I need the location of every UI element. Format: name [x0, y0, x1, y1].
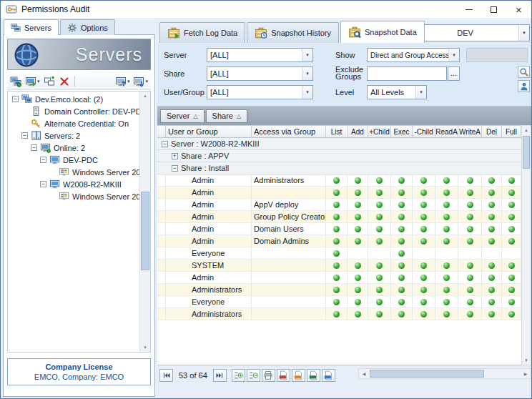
add-group-button[interactable] — [42, 74, 56, 89]
column-header[interactable]: Full — [502, 125, 521, 138]
tab-fetch-log-data[interactable]: Fetch Log Data — [159, 22, 245, 43]
tree-collapse-icon[interactable]: − — [40, 181, 46, 187]
show-filter-combo[interactable]: Direct and Group Access ▾ — [367, 48, 460, 62]
grid-vertical-scrollbar[interactable]: ▲ ▼ — [521, 125, 531, 365]
tab-options[interactable]: Options — [60, 19, 115, 35]
collapse-group-icon[interactable]: − — [162, 141, 168, 147]
scroll-up-icon[interactable]: ▲ — [140, 92, 150, 100]
column-header[interactable]: WriteA — [458, 125, 482, 138]
column-header[interactable]: -Child — [413, 125, 435, 138]
navigator-icon-buttons — [232, 369, 335, 382]
permission-granted-icon — [488, 226, 495, 232]
print-button[interactable] — [262, 369, 275, 382]
tree-collapse-icon[interactable]: − — [21, 132, 28, 139]
tree-item[interactable]: −Online: 2 — [8, 142, 139, 154]
tree-collapse-icon[interactable]: − — [40, 157, 46, 163]
share-filter-combo[interactable]: [ALL] ▾ — [207, 66, 313, 81]
tree-item[interactable]: −DEV-PDC — [8, 154, 139, 166]
column-header[interactable]: List — [326, 125, 348, 138]
scroll-down-icon[interactable]: ▼ — [140, 343, 150, 352]
table-row[interactable]: Administrators — [157, 284, 521, 296]
group-row[interactable]: −Share : Install — [157, 162, 521, 174]
tree-scrollbar-thumb[interactable] — [141, 192, 149, 270]
first-record-button[interactable] — [159, 369, 173, 382]
permission-granted-icon — [443, 202, 450, 208]
search-button[interactable] — [518, 66, 530, 78]
row-indicator-cell — [157, 211, 166, 223]
scroll-right-icon[interactable]: ▶ — [521, 371, 531, 376]
permission-granted-icon — [508, 202, 515, 208]
group-by-chip-server[interactable]: Server△ — [160, 109, 205, 123]
tree-item[interactable]: Windows Server 2003 — [8, 166, 139, 178]
column-header[interactable]: Access via Group — [252, 125, 326, 138]
table-row[interactable]: Everyone — [157, 296, 521, 308]
column-header[interactable]: Exec — [391, 125, 413, 138]
column-header[interactable]: +Child — [368, 125, 391, 138]
tree-item[interactable]: Alternate Credential: On — [8, 117, 139, 129]
tree-item[interactable]: Windows Server 2008 R — [8, 190, 139, 202]
tab-snapshot-data[interactable]: Snapshot Data — [340, 21, 425, 43]
collapse-all-button[interactable] — [247, 369, 260, 382]
group-by-chip-share[interactable]: Share△ — [206, 109, 248, 123]
tree-item[interactable]: Domain Controller: DEV-PDC — [8, 105, 139, 117]
exclude-groups-input[interactable] — [367, 66, 447, 81]
users-button[interactable] — [518, 80, 530, 92]
tab-servers[interactable]: Servers — [4, 19, 59, 35]
tree-item[interactable]: −Dev.Emco.local: (2) — [8, 93, 139, 105]
delete-button[interactable] — [57, 74, 72, 89]
exclude-groups-browse-button[interactable]: ... — [448, 66, 460, 81]
export-pdf-button[interactable] — [277, 369, 290, 382]
tree-scrollbar[interactable]: ▲ ▼ — [139, 92, 150, 352]
table-row[interactable]: Admin — [157, 272, 521, 284]
export-xls-button[interactable] — [307, 369, 320, 382]
move-up-button[interactable]: ▾ — [114, 74, 132, 89]
table-row[interactable]: Admin — [157, 187, 521, 199]
close-button[interactable]: × — [506, 1, 531, 18]
column-header[interactable]: User or Group — [166, 125, 252, 138]
tab-snapshot-history[interactable]: Snapshot History — [247, 22, 339, 43]
permission-granted-icon — [333, 189, 340, 196]
expand-group-icon[interactable]: + — [172, 153, 178, 159]
table-row[interactable]: AdminAdministrators — [157, 174, 521, 187]
group-row[interactable]: −Server : W2008-R2-MKIII — [157, 138, 521, 150]
expand-all-button[interactable] — [232, 369, 245, 382]
tree-item[interactable]: −Servers: 2 — [8, 129, 139, 142]
user-group-filter-combo[interactable]: [ALL] ▾ — [207, 85, 313, 99]
scan-servers-button[interactable] — [9, 74, 23, 89]
column-header[interactable]: Del — [482, 125, 502, 138]
table-row[interactable]: SYSTEM — [157, 260, 521, 272]
export-html-button[interactable] — [292, 369, 305, 382]
scroll-left-icon[interactable]: ◀ — [359, 371, 369, 376]
grid-scrollbar-thumb[interactable] — [523, 136, 530, 169]
scroll-down-icon[interactable]: ▼ — [522, 356, 531, 365]
tree-item[interactable]: −W2008-R2-MKIII — [8, 178, 139, 190]
column-header[interactable]: ReadA — [435, 125, 458, 138]
export-xml-button[interactable] — [322, 369, 335, 382]
permission-cell — [502, 247, 521, 260]
column-header[interactable]: Add — [348, 125, 368, 138]
tree-collapse-icon[interactable]: − — [31, 144, 37, 151]
access-via-group-cell — [252, 296, 326, 308]
h-scrollbar-thumb[interactable] — [370, 370, 484, 378]
grid-horizontal-scrollbar[interactable]: ◀ ▶ — [358, 368, 531, 379]
server-filter-combo[interactable]: [ALL] ▾ — [207, 48, 313, 62]
maximize-button[interactable] — [481, 1, 506, 18]
collapse-group-icon[interactable]: − — [172, 165, 178, 172]
scroll-up-icon[interactable]: ▲ — [522, 126, 531, 134]
group-row[interactable]: +Share : APPV — [157, 150, 521, 162]
snapshot-combo[interactable]: DEV ▾ — [408, 24, 530, 41]
table-row[interactable]: Everyone — [157, 247, 521, 260]
table-row[interactable]: AdminDomain Users — [157, 223, 521, 235]
tree-collapse-icon[interactable]: − — [12, 96, 19, 102]
move-down-button[interactable]: ▾ — [132, 74, 149, 89]
table-row[interactable]: AdminDomain Admins — [157, 235, 521, 247]
table-row[interactable]: AdminAppV deploy — [157, 199, 521, 211]
add-server-button[interactable]: ▾ — [24, 74, 41, 89]
permission-granted-icon — [355, 311, 361, 317]
table-row[interactable]: AdminGroup Policy Creator — [157, 211, 521, 223]
permission-cell — [348, 284, 368, 296]
level-filter-combo[interactable]: All Levels ▾ — [367, 85, 427, 99]
last-record-button[interactable] — [213, 369, 227, 382]
table-row[interactable]: Administrators — [157, 308, 521, 320]
minimize-button[interactable] — [456, 1, 481, 18]
